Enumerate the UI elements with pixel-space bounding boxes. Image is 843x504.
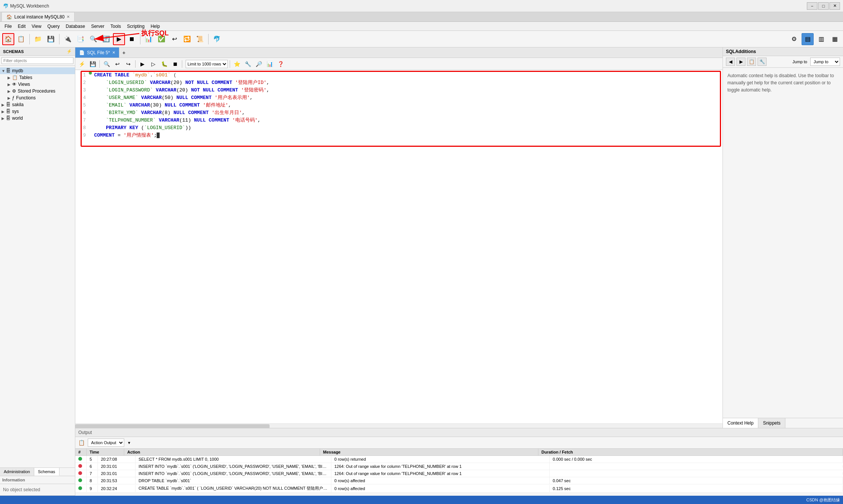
col-action: Action bbox=[124, 449, 320, 455]
menu-scripting[interactable]: Scripting bbox=[124, 23, 148, 30]
menu-server[interactable]: Server bbox=[88, 23, 107, 30]
nav-back-button[interactable]: ◀ bbox=[726, 58, 735, 66]
line-num-6: 6 bbox=[77, 109, 86, 117]
inspect-button[interactable]: 🔍 bbox=[87, 33, 99, 45]
minimize-button[interactable]: − bbox=[807, 2, 817, 10]
settings-button[interactable]: ⚙ bbox=[788, 33, 800, 45]
h-scrollbar[interactable] bbox=[75, 423, 723, 428]
sql-file-tab[interactable]: 📄 SQL File 5* ✕ bbox=[75, 47, 119, 58]
view-toggle-1[interactable]: ▤ bbox=[802, 33, 814, 45]
tree-item-functions[interactable]: ▶ ƒ Functions bbox=[6, 94, 75, 101]
code-line-2[interactable]: 2 `LOGIN_USERID` VARCHAR(20) NOT NULL CO… bbox=[75, 79, 723, 87]
output-row-9[interactable]: 9 20:32:24 CREATE TABLE `mydb`.`s001` ( … bbox=[75, 484, 843, 493]
sidebar-options-icon[interactable]: ⚡ bbox=[67, 49, 72, 54]
stop-query-button[interactable]: ⏹ bbox=[170, 59, 180, 69]
menu-view[interactable]: View bbox=[29, 23, 44, 30]
tab-schemas[interactable]: Schemas bbox=[34, 468, 59, 476]
code-line-5[interactable]: 5 `EMAIL` VARCHAR(30) NULL COMMENT '邮件地址… bbox=[75, 102, 723, 109]
execute-button[interactable]: ⚡ bbox=[77, 59, 87, 69]
query-toolbar-sep-3 bbox=[182, 60, 182, 68]
find-button[interactable]: 🔍 bbox=[102, 59, 111, 69]
format-button[interactable]: 🔧 bbox=[243, 59, 253, 69]
code-line-9[interactable]: 9 COMMENT = '用户情报表';| bbox=[75, 132, 723, 139]
output-row-7[interactable]: 7 20:31:01 INSERT INTO `mydb`.`s001` ('L… bbox=[75, 470, 843, 477]
menu-database[interactable]: Database bbox=[63, 23, 88, 30]
menu-query[interactable]: Query bbox=[44, 23, 63, 30]
tree-item-views[interactable]: ▶ 👁 Views bbox=[6, 81, 75, 88]
run-button[interactable]: ▶ bbox=[137, 59, 147, 69]
stop-button[interactable]: ⏹ bbox=[126, 33, 138, 45]
output-toolbar: 📋 Action Output ▼ bbox=[75, 437, 843, 449]
title-bar: 🐬 MySQL Workbench − □ ✕ bbox=[0, 0, 843, 12]
nav-icon-2[interactable]: 🔧 bbox=[758, 58, 767, 66]
code-line-8[interactable]: 8 PRIMARY KEY (`LOGIN_USERID`)) bbox=[75, 124, 723, 132]
sql-tab-close[interactable]: ✕ bbox=[112, 50, 115, 55]
toggle-help-button[interactable]: ❓ bbox=[276, 59, 285, 69]
menu-file[interactable]: File bbox=[2, 23, 15, 30]
view-toggle-2[interactable]: ▥ bbox=[815, 33, 827, 45]
code-line-6[interactable]: 6 `BIRTH_YMD` VARCHAR(8) NULL COMMENT '出… bbox=[75, 109, 723, 117]
new-connection-button[interactable]: 🏠 bbox=[2, 33, 14, 45]
tab-context-help[interactable]: Context Help bbox=[723, 418, 758, 428]
commit-button[interactable]: ✅ bbox=[155, 33, 168, 45]
output-row-6[interactable]: 6 20:31:01 INSERT INTO `mydb`.`s001` ('L… bbox=[75, 463, 843, 470]
tree-item-sys[interactable]: ▶ 🗄 sys bbox=[0, 108, 75, 115]
limit-select[interactable]: Limit to 1000 rows bbox=[186, 60, 228, 68]
action-output-select[interactable]: Action Output bbox=[88, 439, 124, 447]
toolbar-separator-4 bbox=[208, 34, 209, 44]
output-dropdown-arrow[interactable]: ▼ bbox=[127, 441, 131, 445]
tab-administration[interactable]: Administration bbox=[0, 468, 34, 476]
jump-to-select[interactable]: Jump to Beginning End bbox=[810, 58, 840, 66]
instance-close-icon[interactable]: ✕ bbox=[67, 15, 70, 19]
debug-button[interactable]: 🐛 bbox=[159, 59, 169, 69]
search-replace-button[interactable]: 🔎 bbox=[254, 59, 264, 69]
explain-button[interactable]: 📊 bbox=[143, 33, 155, 45]
tree-item-tables[interactable]: ▶ 📋 Tables bbox=[6, 74, 75, 81]
run-selection-button[interactable]: ▷ bbox=[148, 59, 158, 69]
maximize-button[interactable]: □ bbox=[818, 2, 829, 10]
save-sql-button[interactable]: 💾 bbox=[45, 33, 57, 45]
code-content-7: `TELPHONE_NUMBER` VARCHAR(11) NULL COMME… bbox=[94, 117, 721, 124]
bookmark-button[interactable]: ⭐ bbox=[232, 59, 242, 69]
add-query-tab-button[interactable]: + bbox=[119, 47, 128, 58]
output-row-5[interactable]: 5 20:27:08 SELECT * FROM mydb.s001 LIMIT… bbox=[75, 456, 843, 463]
nav-icon-1[interactable]: 📋 bbox=[747, 58, 756, 66]
code-line-1[interactable]: 1 CREATE TABLE `mydb`.`s001` ( bbox=[75, 72, 723, 79]
instance-tab[interactable]: 🏠 Local instance MySQL80 ✕ bbox=[2, 12, 75, 21]
row9-num: 9 bbox=[87, 485, 98, 492]
view-toggle-3[interactable]: ▦ bbox=[829, 33, 841, 45]
menu-edit[interactable]: Edit bbox=[15, 23, 29, 30]
tree-item-sakila[interactable]: ▶ 🗄 sakila bbox=[0, 101, 75, 108]
menu-help[interactable]: Help bbox=[148, 23, 163, 30]
tree-item-mydb[interactable]: ▼ 🗄 mydb bbox=[0, 67, 75, 74]
mysql-schema-button[interactable]: 🐬 bbox=[211, 33, 223, 45]
open-conn-button[interactable]: 🔌 bbox=[62, 33, 74, 45]
execute-all-button[interactable]: ▶ bbox=[113, 33, 125, 45]
code-content-1: CREATE TABLE `mydb`.`s001` ( bbox=[94, 72, 721, 79]
tree-item-world[interactable]: ▶ 🗄 world bbox=[0, 115, 75, 122]
nav-fwd-button[interactable]: ▶ bbox=[736, 58, 745, 66]
create-schema-button[interactable]: 📋 bbox=[15, 33, 27, 45]
rollback-button[interactable]: ↩ bbox=[168, 33, 180, 45]
output-row-8[interactable]: 8 20:31:53 DROP TABLE `mydb`.`s001` 0 ro… bbox=[75, 477, 843, 484]
explain-visual-button[interactable]: 📊 bbox=[265, 59, 274, 69]
code-line-3[interactable]: 3 `LOGIN_PASSWORD` VARCHAR(20) NOT NULL … bbox=[75, 87, 723, 94]
redo-button[interactable]: ↪ bbox=[123, 59, 133, 69]
history-button[interactable]: 📜 bbox=[194, 33, 206, 45]
reconnect-button[interactable]: 🔄 bbox=[100, 33, 112, 45]
menu-tools[interactable]: Tools bbox=[107, 23, 124, 30]
code-line-4[interactable]: 4 `USER_NAME` VARCHAR(50) NULL COMMENT '… bbox=[75, 94, 723, 102]
add-tab-button[interactable]: 📑 bbox=[75, 33, 87, 45]
filter-objects-input[interactable] bbox=[2, 57, 73, 64]
tree-item-stored-procedures[interactable]: ▶ ⚙ Stored Procedures bbox=[6, 88, 75, 94]
close-button[interactable]: ✕ bbox=[829, 2, 840, 10]
undo-button[interactable]: ↩ bbox=[113, 59, 122, 69]
open-sql-button[interactable]: 📁 bbox=[32, 33, 44, 45]
save-query-button[interactable]: 💾 bbox=[88, 59, 98, 69]
auto-commit-button[interactable]: 🔁 bbox=[181, 33, 193, 45]
sp-label: Stored Procedures bbox=[18, 88, 55, 94]
world-icon: 🗄 bbox=[6, 116, 11, 121]
code-editor[interactable]: 1 CREATE TABLE `mydb`.`s001` ( 2 `LOGIN_… bbox=[75, 70, 723, 423]
code-line-7[interactable]: 7 `TELPHONE_NUMBER` VARCHAR(11) NULL COM… bbox=[75, 117, 723, 124]
tab-snippets[interactable]: Snippets bbox=[758, 418, 785, 428]
